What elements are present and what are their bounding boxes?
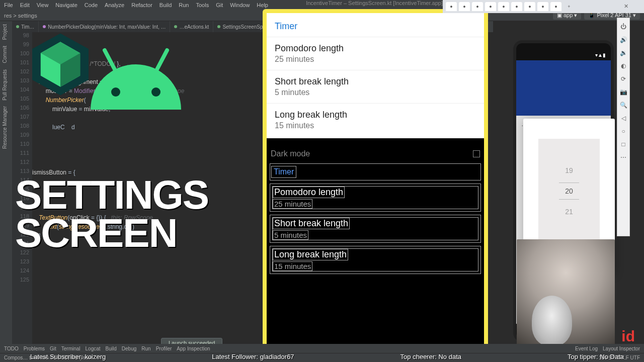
android-icon <box>86 44 186 110</box>
menu-window[interactable]: Window <box>230 2 250 8</box>
phone-status-icons: ▾▲▮ <box>595 52 606 58</box>
settings-section-header: Timer <box>271 166 296 178</box>
tw-appinspection[interactable]: App Inspection <box>177 346 210 351</box>
browser-tab[interactable]: ● <box>550 2 561 11</box>
menu-build[interactable]: Build <box>159 2 172 8</box>
emulator-controls[interactable]: ✕ ⏻ 🔊 🔉 ◐ ⟳ 📷 🔍 ◁ ○ □ ⋯ <box>617 18 630 236</box>
menu-edit[interactable]: Edit <box>20 2 30 8</box>
tw-terminal[interactable]: Terminal <box>61 346 80 351</box>
top-cheerer: Top cheerer: No data <box>400 353 461 362</box>
menu-file[interactable]: File <box>4 2 13 8</box>
top-tipper: Top tipper: No Data <box>568 353 624 362</box>
volume-up-icon[interactable]: 🔊 <box>620 36 627 43</box>
latest-subscriber: Latest Subscriber: koizerg <box>30 353 106 362</box>
settings-dark-preview: Timer Pomodoro length 25 minutes Short b… <box>270 163 481 274</box>
thumbnail-title: SETTINGS SCREEN <box>15 176 208 252</box>
browser-tab[interactable]: ● <box>485 2 496 11</box>
browser-tab[interactable]: ● <box>446 2 457 11</box>
browser-tab[interactable]: ● <box>472 2 483 11</box>
menu-analyze[interactable]: Analyze <box>105 2 124 8</box>
settings-preview-panel: Timer Pomodoro length 25 minutes Short b… <box>263 9 488 357</box>
dark-mode-toggle-row[interactable]: Dark mode <box>267 138 484 163</box>
browser-tabstrip[interactable]: ● ● ● ● ● ● ● ● ● + <box>443 0 644 13</box>
tw-build[interactable]: Build <box>106 346 117 351</box>
settings-row[interactable]: Pomodoro length 25 minutes <box>272 186 478 209</box>
browser-tab[interactable]: ● <box>537 2 548 11</box>
power-icon[interactable]: ⏻ <box>620 23 627 30</box>
settings-row[interactable]: Long break length 15 minutes <box>272 248 478 272</box>
settings-row[interactable]: Long break length 15 minutes <box>267 103 484 136</box>
tw-profiler[interactable]: Profiler <box>156 346 172 351</box>
picker-value[interactable]: 19 <box>565 166 573 174</box>
menu-code[interactable]: Code <box>85 2 98 8</box>
sidebar-commit[interactable]: Commit <box>0 43 10 66</box>
browser-tab[interactable]: ● <box>511 2 522 11</box>
sidebar-resourcemanager[interactable]: Resource Manager <box>0 103 10 152</box>
picker-value-selected[interactable]: 20 <box>559 183 579 200</box>
menu-run[interactable]: Run <box>179 2 189 8</box>
browser-tab[interactable]: ● <box>459 2 470 11</box>
zoom-icon[interactable]: 🔍 <box>620 102 627 109</box>
volume-down-icon[interactable]: 🔉 <box>620 49 627 56</box>
settings-row[interactable]: Short break length 5 minutes <box>272 217 478 240</box>
more-icon[interactable]: ⋯ <box>620 154 627 161</box>
settings-section-header: Timer <box>267 13 484 37</box>
svg-line-6 <box>105 50 115 69</box>
browser-tab[interactable]: ● <box>498 2 509 11</box>
overview-icon[interactable]: □ <box>620 141 627 148</box>
new-tab-button[interactable]: + <box>564 2 575 11</box>
svg-point-4 <box>111 87 120 97</box>
menu-view[interactable]: View <box>37 2 49 8</box>
partial-text: id <box>621 328 635 345</box>
svg-point-5 <box>151 87 160 97</box>
sidebar-project[interactable]: Project <box>0 21 10 43</box>
menu-git[interactable]: Git <box>216 2 223 8</box>
home-icon[interactable]: ○ <box>620 128 627 135</box>
tw-eventlog[interactable]: Event Log <box>575 346 598 351</box>
checkbox-icon[interactable] <box>473 150 480 157</box>
window-title: IncentiveTimer – SettingsScreen.kt [Ince… <box>306 0 443 6</box>
number-picker[interactable]: 19 20 21 <box>538 139 600 243</box>
svg-line-7 <box>157 50 167 69</box>
rotate-left-icon[interactable]: ◐ <box>620 62 627 69</box>
screenshot-icon[interactable]: 📷 <box>620 88 627 96</box>
tw-debug[interactable]: Debug <box>122 346 136 351</box>
tw-problems[interactable]: Problems <box>24 346 45 351</box>
tw-git[interactable]: Git <box>50 346 56 351</box>
menu-navigate[interactable]: Navigate <box>55 2 77 8</box>
picker-value[interactable]: 21 <box>565 208 573 216</box>
stream-info-strip: Latest Subscriber: koizerg Latest Follow… <box>30 353 624 362</box>
latest-follower: Latest Follower: gladiador67 <box>212 353 294 362</box>
webcam-overlay: id <box>517 239 615 350</box>
menu-help[interactable]: Help <box>257 2 268 8</box>
settings-light-preview: Timer Pomodoro length 25 minutes Short b… <box>267 13 484 138</box>
tw-run[interactable]: Run <box>141 346 150 351</box>
close-icon[interactable]: ✕ <box>624 3 628 10</box>
settings-row[interactable]: Pomodoro length 25 minutes <box>267 37 484 70</box>
mouse-cursor-icon: ↖ <box>533 229 538 236</box>
tw-todo[interactable]: TODO <box>4 346 19 351</box>
browser-tab[interactable]: ● <box>524 2 535 11</box>
bottom-toolwindows[interactable]: TODO Problems Git Terminal Logcat Build … <box>0 344 644 353</box>
phone-appbar <box>516 60 611 116</box>
sidebar-pullrequests[interactable]: Pull Requests <box>0 66 10 104</box>
rotate-right-icon[interactable]: ⟳ <box>620 75 627 82</box>
jetpack-compose-icon <box>25 29 96 100</box>
menu-tools[interactable]: Tools <box>196 2 209 8</box>
tw-layoutinspector[interactable]: Layout Inspector <box>603 346 640 351</box>
tw-logcat[interactable]: Logcat <box>86 346 101 351</box>
back-icon[interactable]: ◁ <box>620 115 627 122</box>
logo-overlay <box>10 14 186 115</box>
menu-refactor[interactable]: Refactor <box>131 2 152 8</box>
settings-row[interactable]: Short break length 5 minutes <box>267 70 484 103</box>
